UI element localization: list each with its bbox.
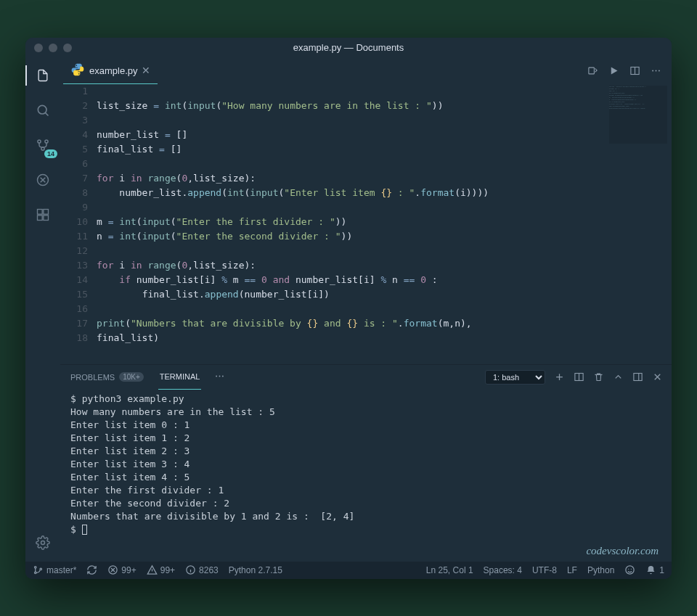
terminal-label: TERMINAL: [160, 372, 200, 381]
panel-tab-terminal[interactable]: TERMINAL: [158, 365, 202, 390]
source-control-badge: 14: [44, 149, 57, 158]
warnings-item[interactable]: 99+: [147, 564, 175, 575]
errors-item[interactable]: 99+: [107, 564, 136, 575]
notifications-item[interactable]: 1: [645, 564, 664, 575]
svg-point-12: [652, 70, 653, 72]
svg-point-1: [38, 139, 41, 142]
svg-point-17: [222, 376, 224, 377]
status-bar: master* 99+ 99+ 8263 Python 2.7.15 Ln 25…: [25, 562, 672, 579]
svg-point-14: [659, 70, 660, 72]
titlebar[interactable]: example.py — Documents: [25, 38, 672, 58]
tab-bar: example.py ✕: [60, 58, 672, 84]
svg-point-22: [40, 568, 42, 570]
editor-wrap: 123456789101112131415161718 list_size = …: [60, 84, 672, 364]
minimize-window-button[interactable]: [49, 44, 57, 52]
close-window-button[interactable]: [34, 44, 43, 52]
svg-rect-19: [634, 374, 642, 381]
new-terminal-icon[interactable]: [554, 371, 565, 382]
split-terminal-icon[interactable]: [574, 371, 584, 382]
svg-rect-8: [44, 215, 49, 220]
source-control-icon[interactable]: 14: [33, 135, 53, 155]
svg-point-9: [41, 541, 45, 544]
bottom-panel: PROBLEMS 10K+ TERMINAL 1: bash: [60, 364, 672, 562]
extensions-icon[interactable]: [33, 205, 53, 225]
feedback-icon[interactable]: [624, 564, 635, 575]
python-env-item[interactable]: Python 2.7.15: [229, 565, 282, 575]
svg-rect-6: [44, 209, 49, 214]
code-content[interactable]: list_size = int(input("How many numbers …: [97, 84, 672, 360]
svg-point-13: [656, 70, 657, 72]
svg-point-2: [45, 139, 48, 142]
indentation-item[interactable]: Spaces: 4: [484, 564, 522, 575]
close-panel-icon[interactable]: [652, 371, 663, 382]
main-area: 14 example.py ✕: [25, 58, 672, 562]
svg-rect-7: [38, 215, 43, 220]
activity-bar: 14: [25, 58, 60, 562]
minimap[interactable]: list_size = int(input("How many numbers …: [609, 86, 667, 144]
run-icon[interactable]: [608, 65, 619, 76]
git-branch-item[interactable]: master*: [33, 564, 76, 575]
open-changes-icon[interactable]: [587, 65, 598, 76]
editor-actions: [587, 65, 672, 76]
debug-icon[interactable]: [33, 170, 53, 190]
traffic-lights: [34, 44, 72, 52]
cursor-position-item[interactable]: Ln 25, Col 1: [426, 564, 473, 575]
panel-tabs: PROBLEMS 10K+ TERMINAL 1: bash: [60, 365, 672, 390]
problems-count: 10K+: [119, 372, 144, 382]
window-title: example.py — Documents: [293, 42, 404, 53]
editor-column: example.py ✕ 123456789101112131415161718…: [60, 58, 672, 562]
svg-point-16: [219, 376, 221, 377]
svg-point-21: [35, 572, 37, 574]
svg-point-27: [631, 569, 632, 570]
code-editor[interactable]: 123456789101112131415161718 list_size = …: [60, 84, 672, 364]
line-number-gutter: 123456789101112131415161718: [60, 84, 97, 360]
svg-point-0: [38, 105, 46, 114]
tab-filename: example.py: [89, 65, 137, 76]
vscode-window: example.py — Documents 14: [25, 38, 672, 579]
watermark: codevscolor.com: [60, 542, 672, 562]
panel-tab-problems[interactable]: PROBLEMS 10K+: [69, 365, 145, 390]
language-mode-item[interactable]: Python: [587, 564, 614, 575]
kill-terminal-icon[interactable]: [593, 371, 604, 382]
explorer-icon[interactable]: [33, 65, 53, 86]
svg-point-15: [216, 376, 218, 377]
maximize-window-button[interactable]: [63, 44, 72, 52]
svg-rect-10: [589, 67, 595, 74]
svg-rect-5: [38, 209, 43, 214]
eol-item[interactable]: LF: [567, 564, 577, 575]
tab-close-icon[interactable]: ✕: [142, 65, 150, 76]
search-icon[interactable]: [33, 100, 53, 120]
split-editor-icon[interactable]: [629, 65, 640, 76]
sync-icon[interactable]: [86, 564, 97, 575]
settings-gear-icon[interactable]: [33, 533, 53, 553]
more-actions-icon[interactable]: [651, 65, 661, 76]
terminal-select[interactable]: 1: bash: [485, 370, 545, 385]
maximize-panel-icon[interactable]: [632, 371, 643, 382]
python-file-icon: [70, 62, 85, 79]
problems-label: PROBLEMS: [70, 373, 115, 382]
svg-point-20: [35, 567, 37, 569]
encoding-item[interactable]: UTF-8: [532, 564, 557, 575]
svg-point-26: [628, 569, 629, 570]
terminal-output[interactable]: $ python3 example.py How many numbers ar…: [60, 390, 672, 542]
collapse-panel-icon[interactable]: [613, 371, 624, 382]
info-item[interactable]: 8263: [185, 564, 219, 575]
panel-more-icon[interactable]: [214, 371, 225, 383]
svg-point-25: [626, 566, 634, 574]
tab-example-py[interactable]: example.py ✕: [63, 58, 158, 84]
